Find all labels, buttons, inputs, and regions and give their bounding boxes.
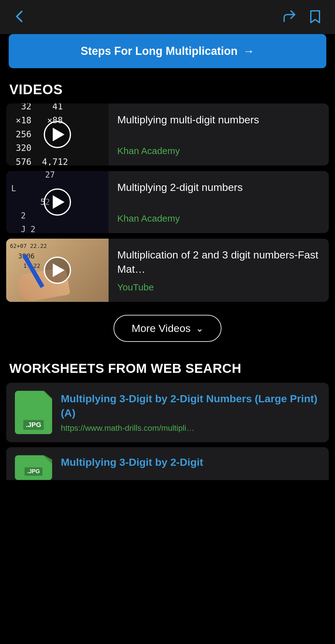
video-source-1: Khan Academy	[117, 146, 320, 156]
videos-section-title: VIDEOS	[0, 68, 335, 104]
chevron-down-icon: ⌄	[196, 323, 203, 334]
file-type-label-1: .JPG	[23, 420, 44, 430]
more-videos-button[interactable]: More Videos ⌄	[114, 315, 221, 342]
file-icon-2: .JPG	[15, 455, 52, 480]
file-corner	[43, 455, 52, 464]
bookmark-button[interactable]	[308, 9, 323, 25]
play-button-2[interactable]	[44, 188, 71, 216]
play-triangle-icon	[53, 263, 65, 277]
more-videos-wrap: More Videos ⌄	[0, 302, 335, 355]
video-thumbnail-2: 27 L 52 2 J 2	[6, 171, 109, 233]
share-icon	[282, 9, 297, 24]
worksheet-list: .JPG Multiplying 3-Digit by 2-Digit Numb…	[0, 383, 335, 480]
video-source-2: Khan Academy	[117, 213, 320, 224]
file-type-label-2: .JPG	[25, 467, 42, 476]
video-source-3: YouTube	[117, 282, 320, 293]
worksheet-info-2: Multiplying 3-Digit by 2-Digit	[61, 455, 320, 470]
top-bar	[0, 0, 335, 34]
steps-button-arrow: →	[243, 45, 254, 58]
video-card[interactable]: 27 L 52 2 J 2 Multiplying 2-digit number…	[6, 171, 329, 233]
play-button-3[interactable]	[44, 257, 71, 284]
video-info-1: Multiplying multi-digit numbers Khan Aca…	[109, 104, 329, 165]
video-title-3: Multiplication of 2 and 3 digit numbers-…	[117, 248, 320, 276]
video-list: 32 41 ×18 ×88 256 320 576 4,712 Multiply…	[0, 104, 335, 302]
video-title-2: Multiplying 2-digit numbers	[117, 180, 320, 195]
steps-button[interactable]: Steps For Long Multiplication →	[9, 34, 326, 68]
back-chevron-icon	[12, 9, 27, 24]
bookmark-icon	[308, 9, 323, 24]
worksheet-title-partial: Multiplying 3-Digit by 2-Digit	[61, 455, 320, 470]
worksheet-card[interactable]: .JPG Multiplying 3-Digit by 2-Digit Numb…	[6, 383, 329, 442]
file-corner	[43, 391, 52, 399]
play-triangle-icon	[53, 128, 65, 141]
video-thumbnail-1: 32 41 ×18 ×88 256 320 576 4,712	[6, 104, 109, 165]
worksheet-info-1: Multiplying 3-Digit by 2-Digit Numbers (…	[61, 392, 320, 433]
share-button[interactable]	[282, 9, 297, 25]
worksheet-title-1: Multiplying 3-Digit by 2-Digit Numbers (…	[61, 392, 320, 420]
video-info-2: Multiplying 2-digit numbers Khan Academy	[109, 171, 329, 233]
video-info-3: Multiplication of 2 and 3 digit numbers-…	[109, 239, 329, 302]
file-icon-1: .JPG	[15, 391, 52, 434]
worksheet-url-1: https://www.math-drills.com/multipli…	[61, 423, 320, 433]
video-title-1: Multiplying multi-digit numbers	[117, 113, 320, 127]
video-card[interactable]: 32 41 ×18 ×88 256 320 576 4,712 Multiply…	[6, 104, 329, 165]
back-button[interactable]	[12, 9, 27, 25]
video-card[interactable]: 62+07 22.22 3906 1'_22 Multiplication of…	[6, 239, 329, 302]
more-videos-label: More Videos	[132, 322, 190, 334]
worksheet-card-partial[interactable]: .JPG Multiplying 3-Digit by 2-Digit	[6, 447, 329, 480]
top-bar-actions	[282, 9, 323, 25]
steps-button-label: Steps For Long Multiplication	[81, 45, 238, 58]
worksheets-section-title: WORKSHEETS FROM WEB SEARCH	[0, 355, 335, 383]
play-triangle-icon	[53, 195, 65, 209]
play-button-1[interactable]	[44, 121, 71, 148]
video-thumbnail-3: 62+07 22.22 3906 1'_22	[6, 239, 109, 302]
